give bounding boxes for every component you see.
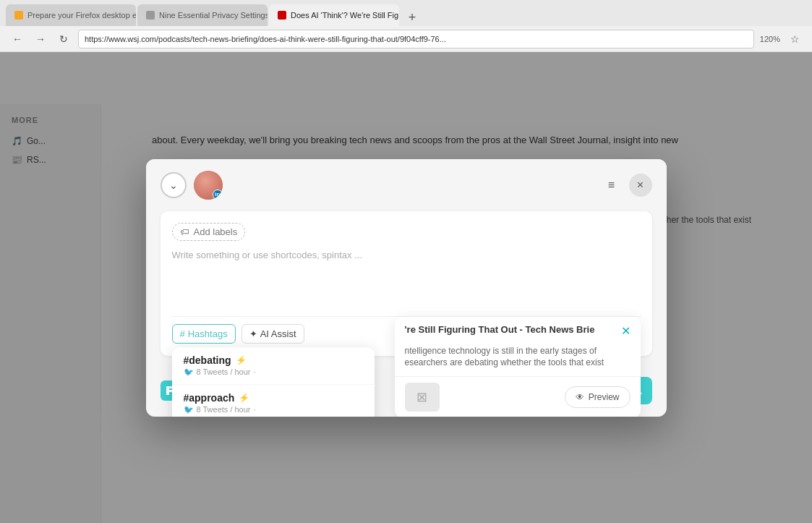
labels-row: 🏷 Add labels (172, 223, 641, 241)
account-dropdown-button[interactable]: ⌄ (161, 172, 187, 198)
toolbar-row: # Hashtags ✦ AI Assist B I (172, 316, 641, 344)
tab-label-2: Nine Essential Privacy Settings (159, 11, 268, 20)
hashtag-name-1: #debating ⚡ (184, 354, 363, 366)
bookmark-button[interactable]: ☆ (786, 30, 803, 48)
avatar: in (194, 171, 223, 200)
modal-header-left: ⌄ in (161, 171, 223, 200)
tab-favicon-3 (278, 11, 286, 20)
textarea-placeholder: Write something or use shortcodes, spint… (172, 250, 641, 260)
linkedin-badge: in (213, 190, 223, 200)
modal-header-actions: ≡ × (600, 174, 652, 197)
add-labels-button[interactable]: 🏷 Add labels (172, 223, 246, 241)
hamburger-menu-button[interactable]: ≡ (600, 174, 623, 197)
article-close-icon: ✕ (621, 325, 631, 337)
address-text: https://www.wsj.com/podcasts/tech-news-b… (85, 35, 446, 43)
modal-close-button[interactable]: × (629, 174, 652, 197)
create-post-modal: ⌄ in ≡ × (146, 159, 667, 417)
browser-tab-3[interactable]: Does AI 'Think'? We're Still Fig... × (269, 4, 399, 26)
ai-assist-label: AI Assist (260, 328, 296, 339)
article-preview-title: 're Still Figuring That Out - Tech News … (405, 324, 595, 336)
modal-overlay: ⌄ in ≡ × (0, 52, 812, 523)
address-bar[interactable]: https://www.wsj.com/podcasts/tech-news-b… (78, 30, 754, 48)
tab-label-3: Does AI 'Think'? We're Still Fig... (291, 11, 399, 20)
browser-tab-2[interactable]: Nine Essential Privacy Settings × (137, 4, 268, 26)
tab-label-1: Prepare your Firefox desktop e... (27, 11, 136, 20)
hashtag-item-1[interactable]: #debating ⚡ 🐦 8 Tweets / hour · (172, 347, 375, 385)
media-thumbnail: ⊠ (405, 383, 440, 412)
hash-icon: # (180, 328, 185, 339)
hashtag-item-2[interactable]: #approach ⚡ 🐦 8 Tweets / hour · (172, 385, 375, 417)
content-card: 🏷 Add labels Write something or use shor… (161, 211, 652, 356)
tab-favicon-1 (14, 11, 23, 20)
back-button[interactable]: ← (9, 30, 26, 48)
close-icon: × (637, 179, 644, 192)
tweet-icon-1: 🐦 (184, 367, 194, 377)
dropdown-icon: ⌄ (169, 179, 178, 191)
reload-button[interactable]: ↻ (55, 30, 72, 48)
hashtag-stats-2: 🐦 8 Tweets / hour · (184, 405, 363, 414)
preview-icon: 👁 (576, 392, 584, 402)
hashtags-button[interactable]: # Hashtags (172, 324, 236, 344)
ai-icon: ✦ (249, 328, 257, 339)
preview-button[interactable]: 👁 Preview (565, 386, 631, 408)
add-labels-text: Add labels (194, 226, 238, 237)
hashtag-name-2: #approach ⚡ (184, 392, 363, 404)
nav-area: ← → ↻ https://www.wsj.com/podcasts/tech-… (0, 26, 812, 52)
preview-label: Preview (589, 392, 620, 402)
article-preview-description: ntelligence technology is still in the e… (395, 345, 641, 377)
modal-header: ⌄ in ≡ × (146, 159, 667, 211)
article-preview-header: 're Still Figuring That Out - Tech News … (395, 317, 641, 345)
hashtags-label: Hashtags (188, 328, 228, 339)
tab-favicon-2 (146, 11, 155, 20)
ai-assist-button[interactable]: ✦ AI Assist (242, 324, 304, 344)
media-icon: ⊠ (416, 389, 427, 405)
hashtag-dropdown: #debating ⚡ 🐦 8 Tweets / hour · (172, 347, 375, 417)
forward-button[interactable]: → (32, 30, 49, 48)
browser-tab-1[interactable]: Prepare your Firefox desktop e... × (6, 4, 136, 26)
new-tab-button[interactable]: + (403, 9, 421, 26)
lightning-icon-2: ⚡ (239, 393, 249, 403)
label-tag-icon: 🏷 (180, 226, 189, 237)
browser-background: Prepare your Firefox desktop e... × Nine… (0, 0, 812, 523)
post-textarea-container[interactable]: Write something or use shortcodes, spint… (172, 250, 641, 307)
tweet-icon-2: 🐦 (184, 405, 194, 414)
article-preview-panel: 're Still Figuring That Out - Tech News … (395, 317, 641, 417)
article-preview-close-button[interactable]: ✕ (621, 324, 631, 338)
zoom-level: 120% (760, 35, 780, 43)
modal-body: 🏷 Add labels Write something or use shor… (146, 211, 667, 367)
hashtag-stats-1: 🐦 8 Tweets / hour · (184, 367, 363, 377)
hamburger-icon: ≡ (608, 179, 615, 192)
tab-bar: Prepare your Firefox desktop e... × Nine… (0, 0, 812, 26)
lightning-icon-1: ⚡ (236, 355, 247, 365)
media-row: ⊠ 👁 Preview (395, 376, 641, 416)
